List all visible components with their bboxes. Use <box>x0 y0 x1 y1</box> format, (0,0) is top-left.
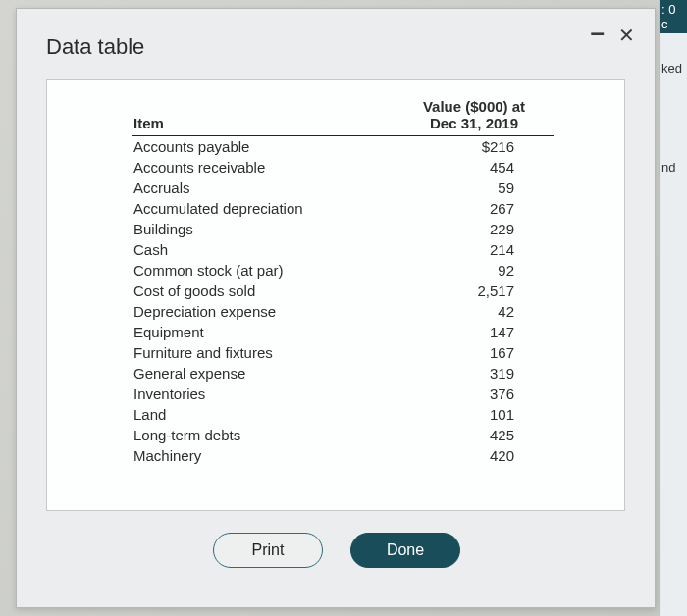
table-row: Furniture and fixtures167 <box>132 342 554 363</box>
item-label: Accounts payable <box>132 136 398 158</box>
data-table: Item Value ($000) at Dec 31, 2019 Accoun… <box>132 96 554 466</box>
item-value: 101 <box>398 404 554 425</box>
item-value: 92 <box>398 260 554 281</box>
col-header-item: Item <box>132 96 398 136</box>
item-label: Land <box>132 404 398 425</box>
data-table-dialog: Data table – ✕ Item Value ($000) at Dec … <box>16 8 656 608</box>
table-row: Long-term debts425 <box>132 425 554 445</box>
item-label: Machinery <box>132 445 398 466</box>
item-label: Accounts receivable <box>132 157 398 178</box>
table-row: Buildings229 <box>132 219 554 239</box>
item-value: 420 <box>398 445 554 466</box>
table-row: Common stock (at par)92 <box>132 260 554 281</box>
item-label: Inventories <box>132 384 398 404</box>
item-value: 42 <box>398 301 554 322</box>
background-panel: : 0 c ked nd <box>659 0 687 616</box>
item-value: 319 <box>398 363 554 384</box>
table-row: Land101 <box>132 404 554 425</box>
titlebar: Data table – ✕ <box>17 9 655 66</box>
item-label: Long-term debts <box>132 425 398 445</box>
item-label: Cost of goods sold <box>132 281 398 301</box>
item-label: Common stock (at par) <box>132 260 398 281</box>
col-header-value: Value ($000) at Dec 31, 2019 <box>398 96 554 136</box>
minimize-button[interactable]: – <box>591 20 605 45</box>
window-controls: – ✕ <box>591 23 635 48</box>
item-label: Equipment <box>132 322 398 342</box>
item-label: Buildings <box>132 219 398 239</box>
table-row: Accumulated depreciation267 <box>132 198 554 219</box>
item-label: Furniture and fixtures <box>132 342 398 363</box>
button-row: Print Done <box>17 533 655 568</box>
item-label: Depreciation expense <box>132 301 398 322</box>
item-value: 59 <box>398 178 554 198</box>
done-button[interactable]: Done <box>350 533 460 568</box>
item-value: 267 <box>398 198 554 219</box>
item-label: Accruals <box>132 178 398 198</box>
table-row: Accruals59 <box>132 178 554 198</box>
table-row: Cash214 <box>132 239 554 260</box>
table-row: General expense319 <box>132 363 554 384</box>
table-row: Machinery420 <box>132 445 554 466</box>
item-value: 425 <box>398 425 554 445</box>
bg-fragment-1: ked <box>660 51 687 85</box>
item-value: $216 <box>398 136 554 158</box>
table-row: Accounts payable$216 <box>132 136 554 158</box>
bg-fragment-top: : 0 c <box>660 0 687 33</box>
item-label: Cash <box>132 239 398 260</box>
item-value: 376 <box>398 384 554 404</box>
bg-fragment-2: nd <box>660 150 687 184</box>
close-button[interactable]: ✕ <box>618 26 635 45</box>
table-row: Cost of goods sold2,517 <box>132 281 554 301</box>
table-row: Depreciation expense42 <box>132 301 554 322</box>
item-label: Accumulated depreciation <box>132 198 398 219</box>
item-value: 2,517 <box>398 281 554 301</box>
table-container: Item Value ($000) at Dec 31, 2019 Accoun… <box>46 79 625 511</box>
dialog-title: Data table <box>46 23 144 60</box>
item-value: 454 <box>398 157 554 178</box>
table-row: Inventories376 <box>132 384 554 404</box>
table-row: Accounts receivable454 <box>132 157 554 178</box>
item-value: 229 <box>398 219 554 239</box>
table-row: Equipment147 <box>132 322 554 342</box>
item-value: 147 <box>398 322 554 342</box>
item-label: General expense <box>132 363 398 384</box>
print-button[interactable]: Print <box>213 533 323 568</box>
item-value: 167 <box>398 342 554 363</box>
item-value: 214 <box>398 239 554 260</box>
